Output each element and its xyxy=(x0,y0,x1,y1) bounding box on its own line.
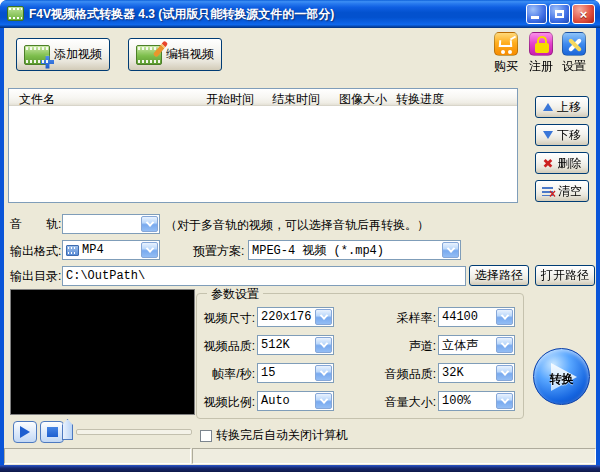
convert-label: 转换 xyxy=(534,371,589,388)
audio-quality-value: 32K xyxy=(442,366,464,380)
clear-button[interactable]: 清空 xyxy=(535,180,589,202)
stop-icon xyxy=(47,427,58,437)
move-down-button[interactable]: 下移 xyxy=(535,124,589,146)
select-path-button[interactable]: 选择路径 xyxy=(469,265,529,286)
params-title: 参数设置 xyxy=(207,286,263,303)
chevron-down-icon[interactable] xyxy=(496,337,513,353)
move-down-label: 下移 xyxy=(557,127,581,144)
channels-label: 声道: xyxy=(364,338,436,355)
audio-track-hint: （对于多音轨的视频，可以选择音轨后再转换。） xyxy=(165,217,429,234)
minimize-button[interactable] xyxy=(526,4,547,24)
settings-label: 设置 xyxy=(562,58,586,75)
audio-track-select[interactable] xyxy=(62,214,160,234)
close-button[interactable]: × xyxy=(572,4,595,24)
chevron-down-icon[interactable] xyxy=(442,242,459,258)
tools-icon xyxy=(562,32,586,56)
audio-quality-label: 音频品质: xyxy=(364,366,436,383)
delete-x-icon: ✖ xyxy=(543,157,554,170)
video-preview xyxy=(10,289,195,415)
file-list-header: 文件名 开始时间 结束时间 图像大小 转换进度 xyxy=(9,89,517,106)
preset-value: MPEG-4 视频 (*.mp4) xyxy=(252,242,384,259)
play-button[interactable] xyxy=(13,421,37,443)
minimize-icon xyxy=(531,16,539,19)
video-size-label: 视频尺寸: xyxy=(200,310,255,327)
output-format-label: 输出格式: xyxy=(10,243,61,260)
register-button[interactable]: 注册 xyxy=(523,32,559,76)
status-panel-right xyxy=(192,448,596,464)
mp4-file-icon xyxy=(66,245,79,256)
seek-slider-thumb[interactable] xyxy=(62,419,73,440)
delete-button[interactable]: ✖ 删除 xyxy=(535,152,589,174)
open-path-button[interactable]: 打开路径 xyxy=(535,265,595,286)
clear-list-icon xyxy=(542,186,554,197)
file-list[interactable]: 文件名 开始时间 结束时间 图像大小 转换进度 xyxy=(8,88,518,203)
chevron-down-icon[interactable] xyxy=(315,393,332,409)
film-pencil-icon xyxy=(136,45,162,65)
video-size-select[interactable]: 220x176 xyxy=(257,307,334,327)
channels-value: 立体声 xyxy=(442,337,478,354)
clear-label: 清空 xyxy=(558,183,582,200)
column-imagesize[interactable]: 图像大小 xyxy=(339,91,387,108)
edit-video-button[interactable]: 编辑视频 xyxy=(128,38,222,71)
audio-quality-select[interactable]: 32K xyxy=(438,363,515,383)
maximize-button[interactable] xyxy=(549,4,570,24)
up-arrow-icon xyxy=(543,103,553,111)
column-filename[interactable]: 文件名 xyxy=(19,91,55,108)
sample-rate-label: 采样率: xyxy=(364,310,436,327)
chevron-down-icon[interactable] xyxy=(141,242,158,258)
window-bottom-border xyxy=(0,465,600,472)
video-quality-select[interactable]: 512K xyxy=(257,335,334,355)
shutdown-checkbox-label: 转换完后自动关闭计算机 xyxy=(216,427,348,444)
aspect-ratio-select[interactable]: Auto xyxy=(257,391,334,411)
move-up-label: 上移 xyxy=(557,99,581,116)
buy-label: 购买 xyxy=(494,58,518,75)
chevron-down-icon[interactable] xyxy=(496,365,513,381)
chevron-down-icon[interactable] xyxy=(141,216,158,232)
settings-button[interactable]: 设置 xyxy=(556,32,592,76)
play-icon xyxy=(20,426,30,438)
chevron-down-icon[interactable] xyxy=(315,365,332,381)
frame-rate-select[interactable]: 15 xyxy=(257,363,334,383)
select-path-label: 选择路径 xyxy=(475,267,523,284)
close-icon: × xyxy=(580,8,588,21)
sample-rate-select[interactable]: 44100 xyxy=(438,307,515,327)
frame-rate-value: 15 xyxy=(261,366,275,380)
chevron-down-icon[interactable] xyxy=(315,309,332,325)
column-endtime[interactable]: 结束时间 xyxy=(272,91,320,108)
chevron-down-icon[interactable] xyxy=(496,309,513,325)
title-bar[interactable]: F4V视频格式转换器 4.3 (试用版只能转换源文件的一部分) × xyxy=(0,0,600,28)
add-video-label: 添加视频 xyxy=(54,46,102,63)
maximize-icon xyxy=(555,10,564,18)
column-progress[interactable]: 转换进度 xyxy=(396,91,444,108)
window-title: F4V视频格式转换器 4.3 (试用版只能转换源文件的一部分) xyxy=(29,6,334,23)
status-panel-left xyxy=(4,448,191,464)
move-up-button[interactable]: 上移 xyxy=(535,96,589,118)
stop-button[interactable] xyxy=(40,421,64,443)
volume-select[interactable]: 100% xyxy=(438,391,515,411)
preset-select[interactable]: MPEG-4 视频 (*.mp4) xyxy=(248,240,461,260)
output-format-select[interactable]: MP4 xyxy=(62,240,160,260)
video-size-value: 220x176 xyxy=(261,310,311,324)
buy-button[interactable]: 购买 xyxy=(488,32,524,76)
audio-track-label: 音 轨: xyxy=(10,216,61,233)
aspect-ratio-value: Auto xyxy=(261,394,290,408)
down-arrow-icon xyxy=(543,131,553,139)
shutdown-checkbox[interactable] xyxy=(200,430,212,442)
chevron-down-icon[interactable] xyxy=(496,393,513,409)
output-dir-label: 输出目录: xyxy=(10,268,61,285)
add-video-button[interactable]: 添加视频 xyxy=(16,38,110,71)
app-icon xyxy=(7,6,24,21)
shutdown-checkbox-row: 转换完后自动关闭计算机 xyxy=(200,427,348,444)
column-starttime[interactable]: 开始时间 xyxy=(206,91,254,108)
delete-label: 删除 xyxy=(557,155,581,172)
video-quality-label: 视频品质: xyxy=(200,338,255,355)
output-dir-input[interactable] xyxy=(62,266,466,286)
volume-label: 音量大小: xyxy=(364,394,436,411)
channels-select[interactable]: 立体声 xyxy=(438,335,515,355)
seek-slider-track[interactable] xyxy=(76,429,192,435)
convert-button[interactable]: 转换 xyxy=(533,348,590,405)
frame-rate-label: 帧率/秒: xyxy=(200,366,255,383)
preset-label: 预置方案: xyxy=(193,243,244,260)
chevron-down-icon[interactable] xyxy=(315,337,332,353)
app-window: F4V视频格式转换器 4.3 (试用版只能转换源文件的一部分) × 添加视频 编… xyxy=(0,0,600,472)
